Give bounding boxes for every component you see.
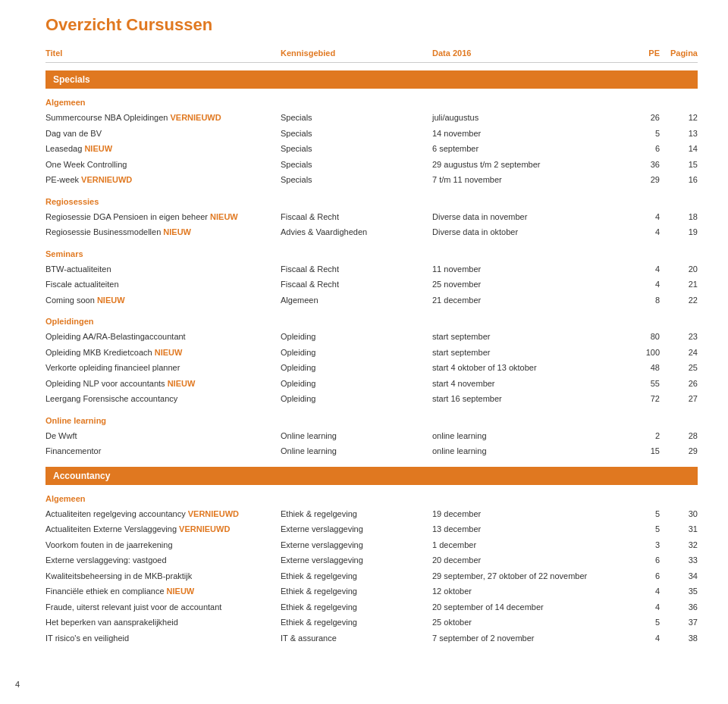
row-pagina: 33 [660, 554, 698, 567]
row-pe: 5 [629, 127, 660, 140]
row-kennisgebied: Fiscaal & Recht [281, 278, 432, 291]
row-pe: 4 [629, 585, 660, 598]
row-kennisgebied: Ethiek & regelgeving [281, 616, 432, 629]
row-data: 7 t/m 11 november [432, 174, 629, 186]
row-data: online learning [432, 430, 629, 443]
row-title: IT risico's en veiligheid [46, 632, 281, 645]
table-row: Regiosessie DGA Pensioen in eigen beheer… [46, 209, 698, 225]
row-pagina: 21 [660, 278, 698, 291]
row-data: 13 december [432, 523, 629, 536]
row-pe: 4 [629, 211, 660, 224]
row-pe: 36 [629, 158, 660, 171]
table-row: FinancementorOnline learningonline learn… [46, 443, 698, 459]
row-pagina: 20 [660, 263, 698, 276]
row-data: 20 december [432, 554, 629, 567]
row-kennisgebied: Specials [281, 174, 432, 186]
row-data: 6 september [432, 142, 629, 155]
row-pe: 8 [629, 294, 660, 307]
row-data: juli/augustus [432, 111, 629, 124]
table-row: Dag van de BVSpecials14 november513 [46, 126, 698, 142]
header-pagina: Pagina [660, 48, 698, 58]
table-row: PE-week VERNIEUWDSpecials7 t/m 11 novemb… [46, 172, 698, 188]
row-kennisgebied: Fiscaal & Recht [281, 263, 432, 276]
table-row: Fraude, uiterst relevant juist voor de a… [46, 599, 698, 615]
row-data: start 16 september [432, 393, 629, 405]
table-row: Verkorte opleiding financieel plannerOpl… [46, 360, 698, 376]
row-title: Dag van de BV [46, 127, 281, 140]
table-row: Actualiteiten regelgeving accountancy VE… [46, 506, 698, 522]
row-pe: 4 [629, 263, 660, 276]
table-header: Titel Kennisgebied Data 2016 PE Pagina [46, 48, 698, 63]
table-row: Opleiding NLP voor accountants NIEUWOple… [46, 376, 698, 392]
row-title: Opleiding AA/RA-Belastingaccountant [46, 330, 281, 343]
row-pe: 4 [629, 278, 660, 291]
row-kennisgebied: Opleiding [281, 346, 432, 359]
table-row: Leergang Forensische accountancyOpleidin… [46, 391, 698, 407]
table-row: Coming soon NIEUWAlgemeen21 december822 [46, 293, 698, 308]
row-kennisgebied: Specials [281, 142, 432, 155]
row-title: One Week Controlling [46, 158, 281, 171]
row-data: 14 november [432, 127, 629, 140]
row-title: Actualiteiten regelgeving accountancy VE… [46, 508, 281, 521]
row-pe: 4 [629, 226, 660, 239]
row-pagina: 38 [660, 632, 698, 645]
row-pagina: 19 [660, 226, 698, 239]
row-data: 29 augustus t/m 2 september [432, 158, 629, 171]
row-kennisgebied: Online learning [281, 445, 432, 458]
row-pe: 80 [629, 330, 660, 343]
header-titel: Titel [46, 48, 281, 58]
row-data: Diverse data in oktober [432, 226, 629, 239]
row-pagina: 18 [660, 211, 698, 224]
section-header-accountancy: Accountancy [46, 467, 698, 485]
row-pe: 6 [629, 554, 660, 567]
row-pagina: 29 [660, 445, 698, 458]
row-title: Summercourse NBA Opleidingen VERNIEUWD [46, 111, 281, 124]
table-row: Opleiding AA/RA-BelastingaccountantOplei… [46, 329, 698, 345]
row-data: 19 december [432, 508, 629, 521]
page-title: Overzicht Cursussen [46, 15, 698, 35]
row-pagina: 23 [660, 330, 698, 343]
row-pagina: 14 [660, 142, 698, 155]
row-pe: 6 [629, 570, 660, 583]
row-data: Diverse data in november [432, 211, 629, 224]
row-pagina: 37 [660, 616, 698, 629]
row-pe: 4 [629, 601, 660, 614]
row-data: 25 oktober [432, 616, 629, 629]
subsection-label-seminars: Seminars [46, 249, 698, 258]
subsection-label-regiosessies: Regiosessies [46, 197, 698, 206]
row-data: 29 september, 27 oktober of 22 november [432, 570, 629, 583]
row-kennisgebied: Externe verslaggeving [281, 539, 432, 552]
row-pagina: 28 [660, 430, 698, 443]
row-pagina: 15 [660, 158, 698, 171]
row-data: start 4 november [432, 377, 629, 390]
row-pe: 5 [629, 508, 660, 521]
row-data: online learning [432, 445, 629, 458]
row-pe: 5 [629, 616, 660, 629]
table-row: Fiscale actualiteitenFiscaal & Recht25 n… [46, 277, 698, 293]
row-title: Voorkom fouten in de jaarrekening [46, 539, 281, 552]
header-pe: PE [629, 48, 660, 58]
row-kennisgebied: Ethiek & regelgeving [281, 601, 432, 614]
row-data: start september [432, 346, 629, 359]
row-title: Fraude, uiterst relevant juist voor de a… [46, 601, 281, 614]
section-header-specials: Specials [46, 70, 698, 89]
row-pagina: 26 [660, 377, 698, 390]
row-data: 21 december [432, 294, 629, 307]
row-kennisgebied: Fiscaal & Recht [281, 211, 432, 224]
row-title: Leergang Forensische accountancy [46, 393, 281, 405]
row-pe: 5 [629, 523, 660, 536]
row-title: Financementor [46, 445, 281, 458]
row-title: Actualiteiten Externe Verslaggeving VERN… [46, 523, 281, 536]
row-pagina: 31 [660, 523, 698, 536]
row-pagina: 16 [660, 174, 698, 186]
row-pe: 48 [629, 361, 660, 374]
table-row: Actualiteiten Externe Verslaggeving VERN… [46, 521, 698, 537]
subsection-label-algemeen-specials: Algemeen [46, 98, 698, 107]
row-title: PE-week VERNIEUWD [46, 174, 281, 186]
row-data: 12 oktober [432, 585, 629, 598]
row-kennisgebied: Algemeen [281, 294, 432, 307]
row-pagina: 13 [660, 127, 698, 140]
row-kennisgebied: Ethiek & regelgeving [281, 570, 432, 583]
table-row: IT risico's en veiligheidIT & assurance7… [46, 630, 698, 646]
table-row: Opleiding MKB Kredietcoach NIEUWOpleidin… [46, 345, 698, 361]
